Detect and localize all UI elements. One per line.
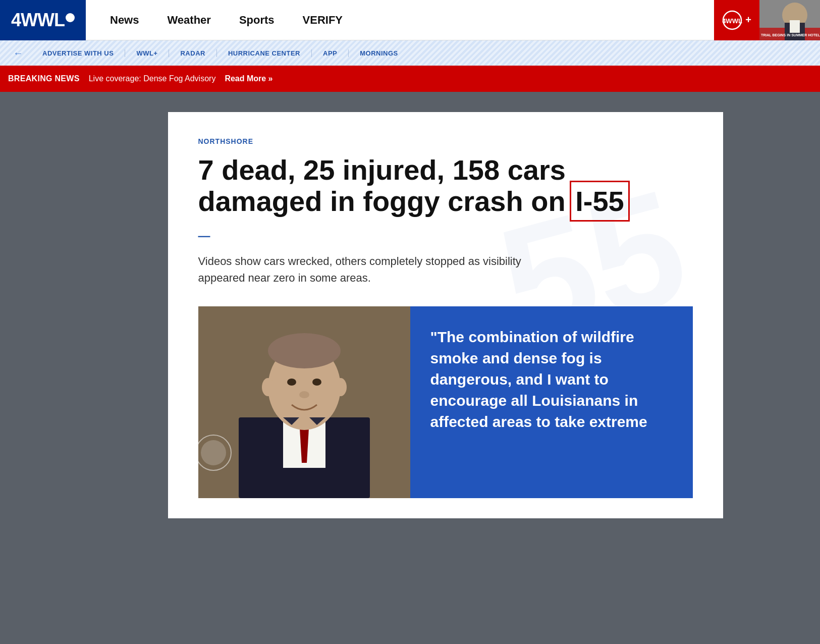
- breaking-news-read-more[interactable]: Read More »: [225, 74, 272, 83]
- logo-4wwl: 4WWL: [11, 10, 65, 30]
- sec-nav-wwlplus[interactable]: WWL+: [125, 49, 169, 57]
- svg-rect-6: [790, 20, 800, 33]
- svg-point-14: [268, 333, 341, 368]
- headline-highlighted-term: I-55: [573, 184, 626, 218]
- thumbnail-image: TRIAL BEGINS IN SUMMER HOTEL OWNER KILLI…: [759, 0, 820, 40]
- article-summary: Videos show cars wrecked, others complet…: [198, 253, 562, 286]
- svg-text:TRIAL BEGINS IN SUMMER HOTEL O: TRIAL BEGINS IN SUMMER HOTEL OWNER KILLI…: [761, 33, 820, 37]
- svg-point-19: [335, 378, 347, 396]
- breaking-news-text: Live coverage: Dense Fog Advisory: [89, 74, 216, 83]
- top-navigation: 4WWL News Weather Sports VERIFY 4WWL + T…: [0, 0, 820, 40]
- svg-point-21: [201, 440, 226, 465]
- page-background: 55 NORTHSHORE 7 dead, 25 injured, 158 ca…: [0, 92, 820, 644]
- wwl-thumbnail: TRIAL BEGINS IN SUMMER HOTEL OWNER KILLI…: [759, 0, 820, 40]
- nav-weather[interactable]: Weather: [153, 14, 225, 27]
- nav-links: News Weather Sports VERIFY: [86, 14, 714, 27]
- logo-area[interactable]: 4WWL: [0, 0, 86, 40]
- nav-news[interactable]: News: [96, 14, 153, 27]
- back-arrow-icon[interactable]: ←: [5, 47, 31, 59]
- sec-nav-app[interactable]: APP: [312, 49, 349, 57]
- quote-text: "The combination of wildfire smoke and d…: [430, 327, 673, 433]
- article-divider: —: [198, 229, 693, 243]
- svg-point-16: [312, 379, 321, 386]
- wwl-plus-label: +: [745, 14, 751, 26]
- breaking-news-bar: BREAKING NEWS Live coverage: Dense Fog A…: [0, 66, 820, 92]
- svg-point-18: [262, 378, 274, 396]
- quote-text-panel: "The combination of wildfire smoke and d…: [410, 306, 693, 498]
- cbs-logo-icon: [66, 13, 75, 22]
- nav-verify[interactable]: VERIFY: [289, 14, 357, 27]
- sec-nav-mornings[interactable]: MORNINGS: [349, 49, 409, 57]
- sec-nav-advertise[interactable]: ADVERTISE WITH US: [31, 49, 125, 57]
- wwl-plus-button[interactable]: 4WWL +: [714, 0, 759, 40]
- sec-nav-radar[interactable]: RADAR: [169, 49, 216, 57]
- quote-photo: [198, 306, 410, 498]
- headline-part1: 7 dead, 25 injured, 158 cars: [198, 154, 566, 186]
- quote-card: "The combination of wildfire smoke and d…: [198, 306, 693, 498]
- sec-nav-hurricane[interactable]: HURRICANE CENTER: [217, 49, 312, 57]
- article-body: NORTHSHORE 7 dead, 25 injured, 158 cars …: [198, 137, 693, 498]
- 4wwl-plus-icon: 4WWL: [722, 10, 742, 30]
- headline-part2: damaged in foggy crash on: [198, 185, 574, 217]
- article-container: 55 NORTHSHORE 7 dead, 25 injured, 158 ca…: [168, 112, 723, 518]
- breaking-news-label: BREAKING NEWS: [8, 74, 80, 83]
- svg-text:4WWL: 4WWL: [722, 17, 742, 25]
- svg-point-17: [299, 391, 309, 398]
- article-headline: 7 dead, 25 injured, 158 cars damaged in …: [198, 154, 693, 217]
- portrait-svg: [198, 306, 410, 498]
- article-section-label: NORTHSHORE: [198, 137, 693, 145]
- svg-point-15: [287, 379, 296, 386]
- nav-sports[interactable]: Sports: [225, 14, 289, 27]
- secondary-navigation: ← ADVERTISE WITH US WWL+ RADAR HURRICANE…: [0, 40, 820, 66]
- logo-text: 4WWL: [11, 10, 75, 31]
- thumbnail-svg: TRIAL BEGINS IN SUMMER HOTEL OWNER KILLI…: [759, 0, 820, 40]
